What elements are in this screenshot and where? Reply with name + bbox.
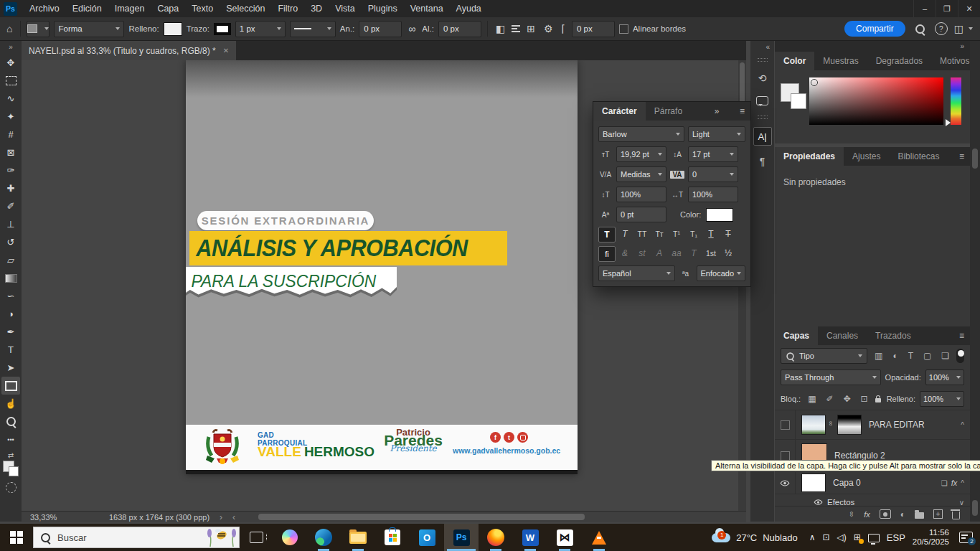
canvas[interactable]: SESIÓN EXTRAORDINARIA ANÁLISIS Y APROBAC… (186, 60, 578, 474)
leading-select[interactable]: 17 pt (688, 146, 738, 162)
tab-color[interactable]: Color (775, 52, 814, 70)
filter-adjustment-layers-icon[interactable]: ◐ (890, 351, 900, 361)
tray-expand-chevron-icon[interactable]: ∧ (809, 532, 816, 542)
contextual-alternates-button[interactable]: & (617, 246, 633, 260)
new-layer-icon[interactable]: + (933, 509, 943, 519)
antialias-select[interactable]: Enfocado (697, 265, 745, 281)
magic-wand-tool[interactable]: ✦ (1, 108, 20, 126)
layer-mask-thumbnail[interactable] (837, 415, 862, 435)
lock-all-icon[interactable] (875, 398, 881, 402)
taskbar-app-photoshop[interactable]: Ps (444, 524, 479, 551)
align-edges-checkbox[interactable] (619, 24, 628, 34)
copilot-button[interactable] (282, 529, 298, 545)
adjustment-layer-icon[interactable]: ◐ (900, 509, 905, 519)
tab-parrafo[interactable]: Párrafo (646, 102, 691, 121)
panel-menu-icon[interactable]: ≡ (953, 147, 970, 166)
text-color-swatch[interactable] (706, 208, 733, 222)
quick-mask-icon[interactable] (6, 482, 17, 493)
clone-stamp-tool[interactable]: ⊥ (1, 215, 20, 233)
titling-alternates-button[interactable]: T (686, 246, 702, 260)
visibility-checkbox-empty[interactable] (781, 420, 790, 430)
eye-icon[interactable] (780, 480, 790, 486)
visibility-checkbox-empty[interactable] (781, 451, 790, 461)
fractions-button[interactable]: ½ (720, 246, 736, 260)
add-mask-icon[interactable] (880, 509, 891, 519)
smudge-tool[interactable]: ∽ (1, 287, 20, 305)
pen-tool[interactable]: ✒ (1, 323, 20, 341)
layer-thumbnail[interactable] (801, 474, 826, 492)
document-tab[interactable]: NAYELI.psd al 33,3% (Titulo y cuadros, R… (22, 41, 236, 60)
baseline-shift-field[interactable]: 0 pt (616, 207, 666, 222)
font-size-select[interactable]: 19,92 pt (616, 146, 666, 162)
stroke-width-select[interactable]: 1 px (235, 21, 286, 37)
history-brush-tool[interactable]: ↺ (1, 233, 20, 251)
swash-button[interactable]: A (651, 246, 667, 260)
panel-menu-icon[interactable]: ≡ (953, 326, 970, 345)
horizontal-scale-field[interactable]: 100% (688, 187, 738, 202)
panel-collapse-icon[interactable]: » (709, 102, 721, 121)
subscript-button[interactable]: T₁ (686, 227, 702, 241)
lock-transparency-icon[interactable]: ▦ (805, 394, 819, 404)
share-button[interactable]: Compartir (844, 21, 905, 37)
comments-icon[interactable] (756, 96, 768, 105)
link-layers-icon[interactable]: ∞ (848, 512, 856, 517)
stroke-swatch[interactable] (214, 23, 231, 35)
taskbar-app-store[interactable] (375, 524, 410, 551)
layer-row-para-editar[interactable]: ∞ PARA EDITAR ^ (775, 410, 970, 439)
collapse-effects-icon[interactable]: ^ (961, 479, 964, 487)
eye-icon[interactable] (814, 499, 823, 505)
zoom-tool[interactable] (1, 413, 20, 430)
saturation-brightness-field[interactable] (809, 77, 943, 125)
edit-toolbar-button[interactable]: ••• (1, 430, 20, 448)
hue-slider-handle[interactable] (946, 119, 954, 126)
status-prev-icon[interactable]: ‹ (232, 512, 235, 522)
language-select[interactable]: Español (598, 265, 675, 281)
tab-trazados[interactable]: Trazados (867, 326, 920, 345)
menu-ayuda[interactable]: Ayuda (450, 0, 488, 17)
corner-radius-field[interactable]: 0 px (572, 21, 615, 37)
stylistic-alternates-button[interactable]: aa (669, 246, 684, 260)
layer-effects-badge[interactable]: fx (951, 479, 958, 487)
panel-menu-icon[interactable]: ≡ (738, 102, 750, 121)
lock-pixels-icon[interactable]: ✐ (823, 394, 836, 404)
menu-capa[interactable]: Capa (151, 0, 185, 17)
taskbar-search-box[interactable]: Buscar (33, 527, 240, 548)
taskbar-app-capcut[interactable]: ⋈ (547, 524, 582, 551)
superscript-button[interactable]: T¹ (669, 227, 684, 241)
filter-shape-layers-icon[interactable]: ▢ (920, 351, 934, 361)
dock-scrollbar[interactable] (970, 41, 980, 522)
menu-ventana[interactable]: Ventana (404, 0, 450, 17)
menu-edicion[interactable]: Edición (66, 0, 108, 17)
menu-archivo[interactable]: Archivo (23, 0, 66, 17)
taskbar-clock[interactable]: 11:56 20/5/2025 (913, 528, 949, 547)
layer-name[interactable]: Capa 0 (833, 478, 861, 488)
path-arrangement-icon[interactable]: ⊞ (524, 23, 537, 34)
shape-width-field[interactable]: 0 px (359, 21, 402, 37)
start-button[interactable] (0, 524, 33, 551)
tab-caracter[interactable]: Carácter (593, 102, 646, 121)
eyedropper-tool[interactable]: ✑ (1, 161, 20, 179)
color-panel-swatches[interactable] (781, 83, 805, 108)
tray-update-icon[interactable]: ⊞ (854, 532, 861, 542)
hand-tool[interactable]: ☝ (1, 395, 20, 413)
tab-canales[interactable]: Canales (818, 326, 867, 345)
tool-preset-picker[interactable] (27, 21, 50, 37)
gradient-tool[interactable] (1, 269, 20, 287)
mask-link-icon[interactable]: ∞ (827, 421, 834, 428)
status-next-icon[interactable]: › (220, 512, 222, 522)
chevron-down-icon[interactable]: ∨ (959, 499, 964, 507)
lock-position-icon[interactable]: ✥ (841, 394, 854, 404)
taskbar-app-word[interactable]: W (513, 524, 547, 551)
layer-filter-select[interactable]: Tipo (781, 348, 867, 364)
move-tool[interactable]: ✥ (1, 54, 20, 72)
layer-name[interactable]: PARA EDITAR (869, 420, 925, 430)
lock-artboard-icon[interactable]: ⊡ (858, 394, 871, 404)
minimize-button[interactable]: – (913, 0, 936, 17)
notification-center-icon[interactable]: 2 (959, 532, 973, 543)
rectangle-tool[interactable] (1, 377, 20, 395)
dodge-tool[interactable]: ◑ (1, 305, 20, 323)
weather-widget[interactable]: 1 27°C Nublado (707, 532, 801, 543)
path-alignment-icon[interactable] (512, 25, 520, 32)
zoom-level[interactable]: 33,33% (30, 513, 88, 522)
ordinals-button[interactable]: 1st (703, 246, 719, 260)
